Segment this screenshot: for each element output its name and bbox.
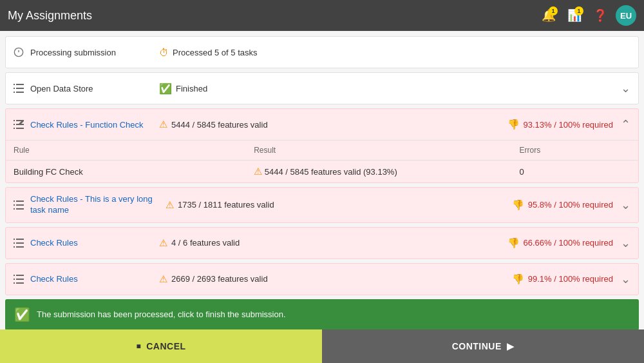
svg-rect-2 — [16, 84, 24, 85]
svg-rect-5 — [14, 84, 15, 85]
submission-banner: ✅ The submission has been processed, cli… — [5, 299, 639, 329]
cancel-button[interactable]: ■ CANCEL — [0, 329, 322, 363]
chevron-down-icon-2: ⌄ — [621, 236, 630, 250]
warning-icon-2: ⚠ — [159, 237, 167, 249]
check-rules-3-icon — [14, 275, 24, 284]
task-row-check-rules-long: Check Rules - This is a very long task n… — [5, 187, 639, 223]
check-rules-icon — [14, 120, 24, 129]
svg-rect-28 — [16, 279, 24, 280]
svg-rect-26 — [14, 246, 15, 248]
cancel-label: CANCEL — [146, 341, 185, 351]
svg-rect-11 — [14, 120, 15, 121]
task-status-check-rules-function: ⚠ 5444 / 5845 features valid — [159, 119, 386, 130]
submission-banner-text: The submission has been processed, click… — [37, 309, 286, 319]
table-cell-rule: Building FC Check — [6, 161, 246, 183]
page-title: My Assignments — [8, 9, 92, 23]
task-status-processing: ⏱ Processed 5 of 5 tasks — [159, 47, 630, 58]
task-status-text-processing: Processed 5 of 5 tasks — [173, 48, 258, 57]
svg-rect-12 — [14, 124, 15, 125]
task-name-check-rules-2: Check Rules — [30, 238, 159, 248]
task-status-text-long: 1735 / 1811 features valid — [178, 200, 274, 210]
svg-rect-13 — [14, 128, 15, 129]
chevron-down-icon-open-data-store: ⌄ — [621, 81, 630, 95]
main-content: Processing submission ⏱ Processed 5 of 5… — [0, 31, 644, 329]
task-header-check-rules-function[interactable]: Check Rules - Function Check ⚠ 5444 / 58… — [6, 109, 638, 140]
task-row-check-rules-2: Check Rules ⚠ 4 / 6 features valid 👎 66.… — [5, 227, 639, 259]
task-name-check-rules-3: Check Rules — [30, 274, 159, 284]
task-row-open-data-store: Open Data Store ✅ Finished ⌄ — [5, 72, 639, 104]
svg-rect-7 — [14, 92, 15, 93]
continue-button[interactable]: CONTINUE ▶ — [322, 329, 644, 363]
bottom-bar: ■ CANCEL CONTINUE ▶ — [0, 329, 644, 363]
header: My Assignments 🔔 1 📊 1 ❓ EU — [0, 0, 644, 31]
thumb-down-icon-2: 👎 — [507, 237, 520, 249]
task-right-text-2: 66.66% / 100% required — [524, 238, 613, 248]
svg-rect-15 — [16, 201, 24, 202]
chart-button[interactable]: 📊 1 — [564, 5, 585, 26]
task-status-right-2: 👎 66.66% / 100% required — [386, 237, 619, 249]
task-header-check-rules-2[interactable]: Check Rules ⚠ 4 / 6 features valid 👎 66.… — [6, 228, 638, 259]
svg-rect-31 — [14, 279, 15, 280]
svg-rect-22 — [16, 242, 24, 244]
task-status-text-open-data-store: Finished — [176, 84, 207, 93]
svg-rect-20 — [14, 208, 15, 210]
task-header-open-data-store[interactable]: Open Data Store ✅ Finished ⌄ — [6, 73, 638, 104]
continue-arrow-icon: ▶ — [507, 341, 515, 351]
svg-rect-4 — [16, 92, 24, 93]
svg-rect-19 — [14, 204, 15, 206]
task-header-check-rules-long[interactable]: Check Rules - This is a very long task n… — [6, 188, 638, 222]
task-status-text-3: 2669 / 2693 features valid — [171, 274, 268, 284]
svg-rect-16 — [16, 204, 24, 206]
table-cell-errors: 0 — [512, 161, 638, 183]
task-name-check-rules-long: Check Rules - This is a very long task n… — [30, 194, 166, 216]
task-status-open-data-store: ✅ Finished — [159, 83, 618, 95]
task-status-right-3: 👎 99.1% / 100% required — [386, 273, 619, 285]
help-button[interactable]: ❓ — [590, 5, 611, 26]
warning-icon-3: ⚠ — [159, 273, 167, 285]
task-name-processing: Processing submission — [30, 48, 159, 57]
processing-icon — [14, 47, 24, 57]
thumb-down-icon-3: 👎 — [512, 273, 524, 285]
svg-rect-18 — [14, 201, 15, 202]
task-row-processing: Processing submission ⏱ Processed 5 of 5… — [5, 36, 639, 68]
svg-rect-21 — [16, 239, 24, 240]
chevron-down-icon-long: ⌄ — [621, 198, 630, 212]
thumb-down-icon-function: 👎 — [507, 119, 520, 130]
task-right-text-3: 99.1% / 100% required — [528, 274, 613, 284]
svg-rect-6 — [14, 88, 15, 89]
col-header-errors: Errors — [512, 141, 638, 161]
task-name-open-data-store: Open Data Store — [30, 84, 159, 93]
user-avatar[interactable]: EU — [616, 5, 636, 26]
task-status-right-function: 👎 93.13% / 100% required — [386, 119, 619, 130]
task-status-check-rules-long: ⚠ 1735 / 1811 features valid — [166, 199, 390, 211]
svg-rect-25 — [14, 242, 15, 244]
table-cell-result: ⚠ 5444 / 5845 features valid (93.13%) — [246, 161, 511, 183]
task-right-text-long: 95.8% / 100% required — [528, 200, 613, 210]
task-header-check-rules-3[interactable]: Check Rules ⚠ 2669 / 2693 features valid… — [6, 264, 638, 295]
task-header-processing[interactable]: Processing submission ⏱ Processed 5 of 5… — [6, 37, 638, 68]
thumb-down-icon-long: 👎 — [512, 199, 524, 211]
cancel-square-icon: ■ — [136, 342, 141, 351]
timer-icon: ⏱ — [159, 47, 169, 58]
warning-icon-long: ⚠ — [166, 199, 174, 211]
notifications-button[interactable]: 🔔 1 — [538, 5, 559, 26]
col-header-result: Result — [246, 141, 511, 161]
chevron-up-icon-function: ⌃ — [621, 117, 630, 132]
warning-icon-function: ⚠ — [159, 119, 167, 130]
task-status-text-function: 5444 / 5845 features valid — [171, 120, 268, 130]
chart-badge: 1 — [574, 6, 583, 15]
task-status-check-rules-3: ⚠ 2669 / 2693 features valid — [159, 273, 386, 285]
svg-rect-32 — [14, 282, 15, 284]
task-status-text-2: 4 / 6 features valid — [171, 238, 240, 248]
list-icon — [14, 84, 24, 93]
svg-rect-29 — [16, 282, 24, 284]
ok-icon-open-data-store: ✅ — [159, 83, 172, 95]
task-right-text-function: 93.13% / 100% required — [524, 120, 613, 130]
task-status-check-rules-2: ⚠ 4 / 6 features valid — [159, 237, 386, 249]
banner-ok-icon: ✅ — [14, 307, 30, 322]
task-row-check-rules-function: Check Rules - Function Check ⚠ 5444 / 58… — [5, 108, 639, 183]
continue-label: CONTINUE — [452, 341, 502, 351]
check-rules-long-icon — [14, 201, 24, 210]
task-table-function: Rule Result Errors Building FC Check ⚠ 5… — [6, 140, 638, 182]
svg-rect-30 — [14, 275, 15, 276]
